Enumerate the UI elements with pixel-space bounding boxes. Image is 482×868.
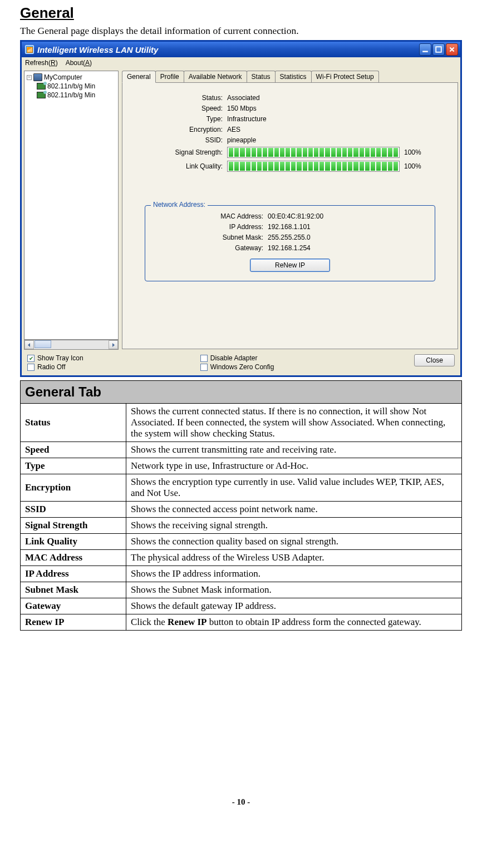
window-title: Intelligent Wireless LAN Utility <box>37 45 158 54</box>
speed-value: 150 Mbps <box>227 105 447 112</box>
table-desc: Shows the current connected status. If t… <box>126 404 462 442</box>
device-tree[interactable]: − MyComputer 802.11n/b/g Min 802.11n/b/g… <box>24 71 119 340</box>
table-desc: The physical address of the Wireless USB… <box>126 550 462 566</box>
ip-label: IP Address: <box>156 223 268 231</box>
signal-strength-bar <box>227 147 400 158</box>
subnet-label: Subnet Mask: <box>156 234 268 241</box>
link-quality-pct: 100% <box>404 162 421 170</box>
menu-about[interactable]: About(A) <box>66 59 92 67</box>
scroll-left-button[interactable] <box>24 340 34 349</box>
table-desc: Network type in use, Infrastructure or A… <box>126 458 462 474</box>
ssid-value: pineapple <box>227 136 447 144</box>
close-window-button[interactable] <box>446 43 458 56</box>
signal-strength-label: Signal Strength: <box>132 148 227 156</box>
adapter-icon <box>37 92 46 98</box>
status-value: Associated <box>227 94 447 102</box>
type-value: Infrastructure <box>227 115 447 123</box>
type-label: Type: <box>132 115 227 123</box>
table-key: Gateway <box>21 598 126 614</box>
page-heading: General <box>20 4 462 22</box>
table-row: Renew IPClick the Renew IP button to obt… <box>21 614 462 631</box>
show-tray-checkbox[interactable]: ✔ Show Tray Icon <box>27 354 83 362</box>
table-row: GatewayShows the default gateway IP addr… <box>21 598 462 614</box>
network-address-group: Network Address: MAC Address:00:E0:4C:81… <box>145 205 435 281</box>
radio-off-checkbox[interactable]: Radio Off <box>27 363 83 371</box>
status-label: Status: <box>132 94 227 102</box>
table-key: Renew IP <box>21 614 126 631</box>
tab-profile[interactable]: Profile <box>155 71 184 83</box>
maximize-button[interactable] <box>432 43 445 56</box>
tree-item[interactable]: 802.11n/b/g Min <box>37 91 116 99</box>
checkbox-icon: ✔ <box>27 355 35 362</box>
checkbox-icon <box>27 364 35 371</box>
gateway-label: Gateway: <box>156 244 268 252</box>
tree-collapse-icon[interactable]: − <box>27 75 32 80</box>
table-key: Type <box>21 458 126 474</box>
scroll-right-button[interactable] <box>109 340 118 349</box>
table-header: General Tab <box>21 381 462 404</box>
disable-adapter-checkbox[interactable]: Disable Adapter <box>200 354 274 362</box>
tab-statistics[interactable]: Statistics <box>275 71 312 83</box>
table-key: Status <box>21 404 126 442</box>
tab-wifi-protect[interactable]: Wi-Fi Protect Setup <box>311 71 379 83</box>
ip-value: 192.168.1.101 <box>268 223 424 231</box>
tree-item[interactable]: 802.11n/b/g Min <box>37 82 116 90</box>
svg-rect-0 <box>422 51 428 52</box>
scroll-thumb[interactable] <box>35 340 51 348</box>
table-key: Signal Strength <box>21 518 126 534</box>
table-desc: Shows the receiving signal strength. <box>126 518 462 534</box>
mac-value: 00:E0:4C:81:92:00 <box>268 212 424 220</box>
signal-strength-pct: 100% <box>404 148 421 156</box>
subnet-value: 255.255.255.0 <box>268 234 424 241</box>
computer-icon <box>33 73 42 81</box>
close-button[interactable]: Close <box>414 354 455 366</box>
table-key: Speed <box>21 442 126 458</box>
table-row: StatusShows the current connected status… <box>21 404 462 442</box>
checkbox-icon <box>200 364 208 371</box>
ssid-label: SSID: <box>132 136 227 144</box>
minimize-button[interactable] <box>419 43 431 56</box>
checkbox-icon <box>200 355 208 362</box>
table-row: IP AddressShows the IP address informati… <box>21 566 462 582</box>
encryption-label: Encryption: <box>132 126 227 133</box>
table-desc: Shows the IP address information. <box>126 566 462 582</box>
windows-zero-checkbox[interactable]: Windows Zero Config <box>200 363 274 371</box>
table-desc: Shows the current transmitting rate and … <box>126 442 462 458</box>
table-desc: Shows the connection quality based on si… <box>126 534 462 550</box>
table-row: EncryptionShows the encryption type curr… <box>21 474 462 502</box>
tab-status[interactable]: Status <box>247 71 276 83</box>
general-tab-table: General Tab StatusShows the current conn… <box>20 380 462 631</box>
mac-label: MAC Address: <box>156 212 268 220</box>
bottom-bar: ✔ Show Tray Icon Radio Off Disable Adapt… <box>22 352 460 375</box>
menubar: Refresh(R) About(A) <box>22 57 460 68</box>
tabstrip: General Profile Available Network Status… <box>122 71 458 83</box>
tree-root-label[interactable]: MyComputer <box>44 73 82 81</box>
table-key: MAC Address <box>21 550 126 566</box>
titlebar[interactable]: 📶 Intelligent Wireless LAN Utility <box>22 42 460 57</box>
table-row: Subnet MaskShows the Subnet Mask informa… <box>21 582 462 598</box>
table-row: Signal StrengthShows the receiving signa… <box>21 518 462 534</box>
table-key: SSID <box>21 502 126 518</box>
link-quality-label: Link Quality: <box>132 162 227 170</box>
table-desc: Shows the encryption type currently in u… <box>126 474 462 502</box>
table-key: Encryption <box>21 474 126 502</box>
renew-ip-button[interactable]: ReNew IP <box>250 259 330 272</box>
table-row: Link QualityShows the connection quality… <box>21 534 462 550</box>
svg-rect-1 <box>436 47 441 52</box>
app-icon: 📶 <box>25 45 34 54</box>
table-desc: Shows the Subnet Mask information. <box>126 582 462 598</box>
tab-general[interactable]: General <box>122 71 156 83</box>
table-row: MAC AddressThe physical address of the W… <box>21 550 462 566</box>
table-desc: Shows the default gateway IP address. <box>126 598 462 614</box>
page-number: - 10 - <box>20 797 462 807</box>
gateway-value: 192.168.1.254 <box>268 244 424 252</box>
adapter-icon <box>37 83 46 90</box>
horizontal-scrollbar[interactable] <box>24 340 119 350</box>
tab-available-network[interactable]: Available Network <box>184 71 247 83</box>
page-intro: The General page displays the detail inf… <box>20 25 462 37</box>
app-window: 📶 Intelligent Wireless LAN Utility Refre… <box>20 40 462 377</box>
menu-refresh[interactable]: Refresh(R) <box>25 59 58 67</box>
table-desc: Shows the connected access point network… <box>126 502 462 518</box>
table-key: Link Quality <box>21 534 126 550</box>
table-row: SpeedShows the current transmitting rate… <box>21 442 462 458</box>
